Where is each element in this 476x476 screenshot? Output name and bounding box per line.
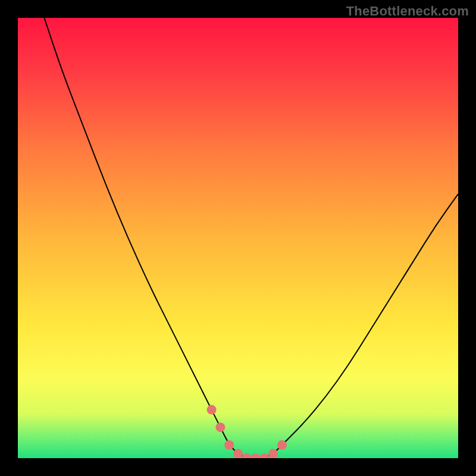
- highlight-marker: [224, 440, 234, 450]
- marker-group: [207, 405, 287, 458]
- highlight-marker: [207, 405, 217, 415]
- watermark-text: TheBottleneck.com: [346, 4, 469, 19]
- chart-svg: [18, 18, 458, 458]
- plot-area: [18, 18, 458, 458]
- highlight-marker: [259, 453, 269, 458]
- highlight-marker: [242, 453, 252, 458]
- highlight-marker: [277, 440, 287, 450]
- highlight-marker: [215, 422, 225, 432]
- highlight-marker: [233, 449, 243, 458]
- bottleneck-curve-path: [44, 18, 458, 458]
- highlight-marker: [251, 453, 261, 458]
- highlight-marker: [268, 449, 278, 458]
